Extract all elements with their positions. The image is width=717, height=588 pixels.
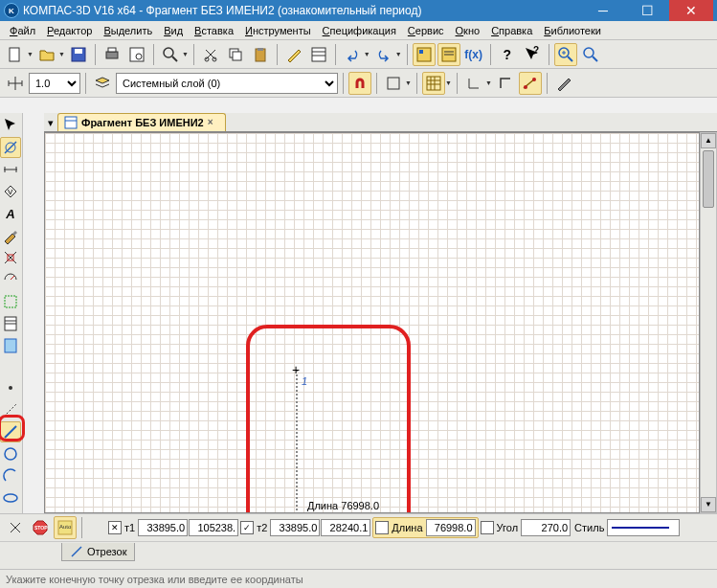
maximize-button[interactable]: ☐ (625, 0, 669, 21)
scale-type-button[interactable] (4, 72, 27, 95)
edit-tool[interactable] (0, 225, 21, 246)
menu-file[interactable]: Файл (4, 23, 41, 38)
circle-tool[interactable] (0, 443, 21, 464)
help-context-button[interactable]: ? (496, 43, 519, 66)
undo-button[interactable] (341, 43, 364, 66)
svg-line-61 (4, 403, 17, 417)
ortho-button[interactable] (382, 72, 405, 95)
menu-edit[interactable]: Редактор (41, 23, 98, 38)
layer-combo[interactable]: Системный слой (0) (116, 73, 338, 94)
param-tool[interactable] (0, 247, 21, 268)
t1-x-input[interactable] (138, 519, 188, 536)
report-tool[interactable] (0, 335, 21, 356)
spec-tool[interactable] (0, 313, 21, 334)
tab-list-button[interactable]: ▾ (44, 114, 57, 131)
t1-lock-checkbox[interactable]: ✕ (108, 521, 122, 534)
snap-button[interactable] (348, 72, 371, 95)
t2-x-input[interactable] (270, 519, 320, 536)
menu-tools[interactable]: Инструменты (239, 23, 317, 38)
text-tool[interactable]: A (0, 203, 21, 224)
menu-help[interactable]: Справка (485, 23, 538, 38)
svg-point-44 (532, 78, 536, 81)
scroll-thumb[interactable] (703, 150, 714, 208)
ortho2-button[interactable] (494, 72, 517, 95)
field-t1: ✕ т1 (108, 519, 238, 536)
point-tool[interactable] (0, 377, 21, 398)
properties-button[interactable] (307, 43, 330, 66)
property-tab[interactable]: Отрезок (61, 543, 135, 561)
cut-button[interactable] (199, 43, 222, 66)
menu-select[interactable]: Выделить (98, 23, 158, 38)
lcs-button[interactable] (462, 72, 485, 95)
whatsthis-button[interactable]: ? (521, 43, 544, 66)
menubar: Файл Редактор Выделить Вид Вставка Инстр… (0, 21, 717, 40)
toolbar-view: 1.0 Системный слой (0) ▼ ▼ ▼ (0, 69, 717, 98)
document-tab[interactable]: Фрагмент БЕЗ ИМЕНИ2 × (57, 113, 226, 131)
menu-view[interactable]: Вид (158, 23, 189, 38)
ellipse-tool[interactable] (0, 487, 21, 509)
scale-combo[interactable]: 1.0 (29, 73, 80, 94)
zoom-button[interactable] (159, 43, 182, 66)
length-lock-checkbox[interactable] (375, 521, 389, 534)
svg-rect-0 (10, 48, 19, 61)
variables-button[interactable]: f(x) (462, 43, 485, 66)
menu-window[interactable]: Окно (450, 23, 486, 38)
drawing-canvas[interactable]: X Y + 1 × Длина 76998.0 Угол 270.0 Вырав… (44, 132, 700, 513)
t2-lock-checkbox[interactable]: ✓ (240, 521, 254, 534)
print-button[interactable] (101, 43, 123, 66)
zoom-window-button[interactable] (554, 43, 577, 66)
angle-input[interactable] (521, 519, 571, 536)
style-label: Стиль (572, 522, 606, 533)
aux-line-tool[interactable] (0, 399, 21, 420)
minimize-button[interactable]: ─ (581, 0, 625, 21)
cursor-tool[interactable] (0, 115, 21, 136)
scroll-down-icon[interactable]: ▼ (701, 497, 716, 512)
menu-libs[interactable]: Библиотеки (538, 23, 607, 38)
new-doc-button[interactable] (4, 43, 27, 66)
edit-button[interactable] (552, 72, 575, 95)
angle-lock-checkbox[interactable] (481, 521, 494, 534)
svg-rect-34 (388, 78, 399, 89)
geometry-tool[interactable] (0, 137, 21, 158)
window-title: КОМПАС-3D V16 x64 - Фрагмент БЕЗ ИМЕНИ2 … (23, 4, 581, 17)
t1-y-input[interactable] (189, 519, 238, 536)
select-tool[interactable] (0, 291, 21, 312)
measure-tool[interactable] (0, 269, 21, 290)
style-combo[interactable] (607, 519, 680, 536)
menu-service[interactable]: Сервис (402, 23, 450, 38)
layer-icon[interactable] (91, 72, 114, 95)
svg-rect-69 (65, 117, 77, 128)
auto-button[interactable]: Auto (54, 516, 77, 539)
menu-insert[interactable]: Вставка (189, 23, 239, 38)
print-preview-button[interactable] (125, 43, 148, 66)
stop-button[interactable]: STOP (29, 516, 52, 539)
redo-button[interactable] (372, 43, 395, 66)
arc-tool[interactable] (0, 465, 21, 486)
copy-button[interactable] (224, 43, 247, 66)
length-label: Длина (390, 522, 424, 533)
scrollbar-vertical[interactable]: ▲ ▼ (700, 132, 717, 513)
apply-button[interactable] (4, 516, 27, 539)
t2-y-input[interactable] (321, 519, 370, 536)
open-button[interactable] (35, 43, 58, 66)
svg-rect-19 (419, 50, 423, 54)
field-length: Длина (372, 517, 478, 538)
menu-spec[interactable]: Спецификация (317, 23, 402, 38)
paste-button[interactable] (249, 43, 272, 66)
tree-button[interactable] (437, 43, 460, 66)
save-button[interactable] (67, 43, 90, 66)
length-input[interactable] (426, 519, 476, 536)
close-button[interactable]: ✕ (669, 0, 713, 21)
tab-close-icon[interactable]: × (208, 117, 219, 128)
svg-rect-3 (106, 52, 118, 58)
manager-button[interactable] (413, 43, 436, 66)
svg-line-25 (568, 57, 572, 61)
dimension-tool[interactable] (0, 159, 21, 180)
grid-button[interactable] (422, 72, 445, 95)
round-button[interactable] (519, 72, 542, 95)
line-tool[interactable] (0, 421, 21, 442)
scroll-up-icon[interactable]: ▲ (701, 133, 716, 148)
designation-tool[interactable]: V (0, 181, 21, 202)
zoom-fit-button[interactable] (579, 43, 602, 66)
brush-button[interactable] (282, 43, 305, 66)
